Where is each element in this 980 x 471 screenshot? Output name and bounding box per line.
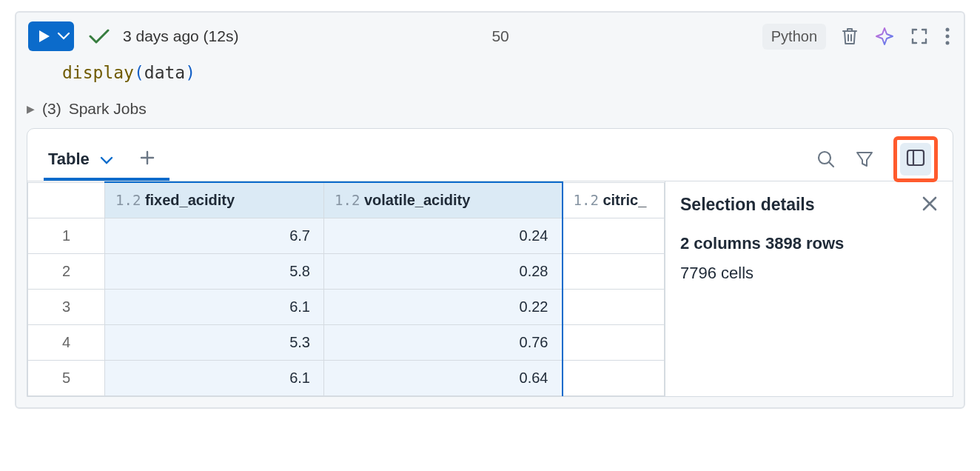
row-number[interactable]: 3: [28, 289, 105, 324]
corner-cell: [28, 182, 105, 218]
type-tag: 1.2: [574, 192, 599, 208]
plus-icon[interactable]: [140, 150, 155, 168]
run-button[interactable]: [28, 21, 74, 51]
code-fn: display: [62, 63, 134, 82]
column-header[interactable]: 1.2 fixed_acidity: [105, 182, 324, 218]
code-open-paren: (: [134, 63, 144, 82]
triangle-right-icon: ▶: [27, 103, 35, 115]
table-row[interactable]: 56.10.64: [28, 360, 665, 395]
more-icon[interactable]: [944, 27, 950, 46]
type-tag: 1.2: [115, 192, 141, 208]
code-var: data: [144, 63, 185, 82]
table-cell[interactable]: [563, 324, 665, 360]
selection-details-title: Selection details: [680, 195, 815, 215]
table-cell[interactable]: 0.64: [324, 360, 563, 395]
tab-table[interactable]: Table: [48, 138, 113, 181]
table-cell[interactable]: [563, 360, 665, 395]
row-number[interactable]: 4: [28, 324, 105, 360]
selection-summary: 2 columns 3898 rows: [680, 234, 938, 253]
play-icon: [38, 30, 50, 43]
sidebar-toggle-button[interactable]: [900, 143, 931, 176]
notebook-cell: 3 days ago (12s) 50 Python display(dat: [15, 11, 965, 409]
table-cell[interactable]: 5.8: [105, 253, 324, 289]
check-icon: [87, 28, 110, 44]
cell-action-icons: [841, 27, 950, 46]
svg-point-1: [946, 35, 950, 39]
table-row[interactable]: 45.30.76: [28, 324, 665, 360]
last-run-status: 3 days ago (12s): [123, 27, 238, 45]
table-cell[interactable]: [563, 253, 665, 289]
expand-icon[interactable]: [910, 27, 928, 45]
selection-cells: 7796 cells: [680, 264, 938, 283]
column-name: volatile_acidity: [364, 192, 470, 208]
table-cell[interactable]: 0.76: [324, 324, 563, 360]
output-panel: Table: [27, 128, 953, 397]
highlighted-sidebar-toggle: [893, 136, 938, 182]
spark-label: Spark Jobs: [69, 100, 147, 118]
data-table: 1.2 fixed_acidity 1.2 volatile_acidity 1…: [27, 181, 665, 396]
svg-rect-4: [907, 150, 924, 165]
filter-icon[interactable]: [855, 150, 874, 169]
tab-table-label: Table: [48, 150, 90, 169]
table-cell[interactable]: 6.1: [105, 360, 324, 395]
row-number[interactable]: 2: [28, 253, 105, 289]
sparkle-icon[interactable]: [875, 27, 894, 46]
row-number[interactable]: 1: [28, 218, 105, 253]
table-cell[interactable]: 0.24: [324, 218, 563, 253]
table-cell[interactable]: 0.28: [324, 253, 563, 289]
tab-underline: [44, 178, 170, 181]
selection-details-panel: Selection details 2 columns 3898 rows 77…: [665, 181, 953, 396]
table-cell[interactable]: 0.22: [324, 289, 563, 324]
table-row[interactable]: 16.70.24: [28, 218, 665, 253]
chevron-down-icon[interactable]: [58, 33, 70, 40]
table-cell[interactable]: [563, 289, 665, 324]
code-line[interactable]: display(data): [16, 59, 964, 96]
table-area: 1.2 fixed_acidity 1.2 volatile_acidity 1…: [27, 181, 953, 396]
column-name: fixed_acidity: [145, 192, 235, 208]
cell-exec-count: 50: [491, 27, 509, 45]
spark-count: (3): [42, 100, 61, 118]
chevron-down-icon[interactable]: [100, 150, 113, 169]
trash-icon[interactable]: [841, 27, 859, 46]
search-icon[interactable]: [816, 150, 836, 169]
type-tag: 1.2: [335, 192, 360, 208]
language-badge[interactable]: Python: [762, 24, 826, 50]
output-tabs: Table: [27, 129, 953, 181]
column-header[interactable]: 1.2 volatile_acidity: [324, 182, 563, 218]
svg-point-2: [946, 41, 950, 45]
table-row[interactable]: 36.10.22: [28, 289, 665, 324]
close-icon[interactable]: [922, 196, 938, 215]
code-close-paren: ): [185, 63, 195, 82]
table-cell[interactable]: 5.3: [105, 324, 324, 360]
cell-toolbar: 3 days ago (12s) 50 Python: [16, 19, 964, 59]
table-cell[interactable]: 6.7: [105, 218, 324, 253]
table-cell[interactable]: [563, 218, 665, 253]
spark-jobs-toggle[interactable]: ▶ (3) Spark Jobs: [16, 96, 964, 128]
svg-point-0: [946, 28, 950, 32]
column-name: citric_: [603, 192, 646, 208]
table-row[interactable]: 25.80.28: [28, 253, 665, 289]
column-header[interactable]: 1.2 citric_: [563, 182, 665, 218]
table-cell[interactable]: 6.1: [105, 289, 324, 324]
row-number[interactable]: 5: [28, 360, 105, 395]
panel-icon: [906, 149, 925, 170]
